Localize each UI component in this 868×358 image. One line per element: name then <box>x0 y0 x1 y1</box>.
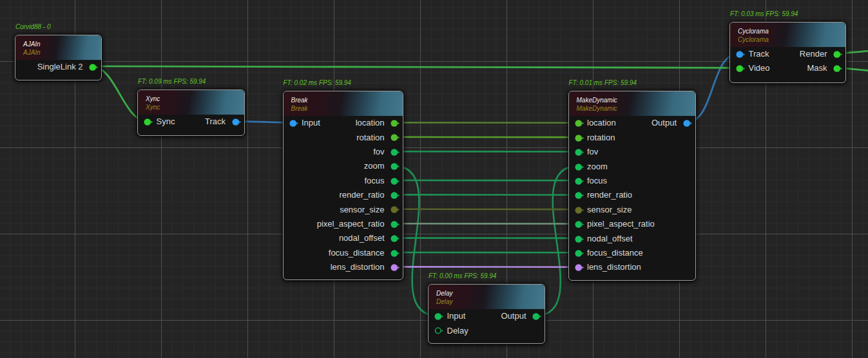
port-row: render_ratio <box>284 188 403 202</box>
node-header[interactable]: MakeDynamicMakeDynamic <box>569 91 695 116</box>
node-header[interactable]: XyncXync <box>138 90 244 115</box>
output-port-location-icon[interactable] <box>391 119 401 127</box>
input-port-rotation-icon[interactable] <box>575 134 586 142</box>
node-break[interactable]: BreakBreakInputlocationrotationfovzoomfo… <box>283 91 404 280</box>
node-subtitle: MakeDynamic <box>577 105 617 113</box>
node-stats-label: FT: 0.03 ms FPS: 59.94 <box>730 10 798 18</box>
node-stats-label: FT: 0.01 ms FPS: 59.94 <box>569 79 637 87</box>
port-label: pixel_aspect_ratio <box>587 217 655 231</box>
output-port-track-icon[interactable] <box>232 118 243 126</box>
input-port-focus_distance-icon[interactable] <box>575 249 586 258</box>
port-label: focus <box>587 174 607 188</box>
port-label: Mask <box>807 61 827 75</box>
port-label: lens_distortion <box>587 260 641 274</box>
node-stats-label: FT: 0.09 ms FPS: 59.94 <box>138 78 206 86</box>
port-label: zoom <box>587 160 608 174</box>
port-label: nodal_offset <box>587 232 633 246</box>
port-row: rotation <box>284 131 403 145</box>
node-title: AJAIn <box>23 41 41 48</box>
node-delay[interactable]: DelayDelayInputOutputDelay <box>428 284 545 344</box>
port-label: Delay <box>447 324 468 338</box>
node-subtitle: Xync <box>146 104 160 111</box>
input-port-focus-icon[interactable] <box>575 177 586 185</box>
port-label: Output <box>651 116 677 130</box>
node-cyclorama[interactable]: CycloramaCycloramaTrackRenderVideoMask <box>729 22 846 83</box>
output-port-zoom-icon[interactable] <box>391 162 401 171</box>
node-title: Xync <box>146 95 160 102</box>
port-label: sensor_size <box>587 203 632 217</box>
port-label: zoom <box>364 159 385 173</box>
node-header[interactable]: CycloramaCyclorama <box>730 23 845 47</box>
node-ajain[interactable]: AJAInAJAInSingleLink 2 <box>15 35 102 81</box>
port-label: fov <box>373 145 384 159</box>
port-row: lens_distortion <box>569 260 695 274</box>
port-label: Input <box>447 309 466 323</box>
input-port-zoom-icon[interactable] <box>575 163 586 171</box>
output-port-mask-icon[interactable] <box>833 64 844 73</box>
output-port-lens_distortion-icon[interactable] <box>391 263 401 272</box>
input-port-fov-icon[interactable] <box>575 148 586 156</box>
node-header[interactable]: AJAInAJAIn <box>15 35 101 60</box>
node-xync[interactable]: XyncXyncSyncTrack <box>137 90 245 136</box>
port-row: TrackRender <box>730 47 845 61</box>
port-row: nodal_offset <box>569 232 695 246</box>
input-port-video-icon[interactable] <box>736 64 747 73</box>
port-label: Input <box>302 116 320 130</box>
input-port-delay-icon[interactable] <box>434 326 445 335</box>
node-title: Delay <box>436 290 453 297</box>
port-label: rotation <box>356 131 384 145</box>
port-row: focus_distance <box>284 246 403 260</box>
input-port-lens_distortion-icon[interactable] <box>575 263 586 272</box>
wire-ajain-SingleLink-2--cyclorama-Video[interactable] <box>92 66 739 68</box>
node-makedynamic[interactable]: MakeDynamicMakeDynamiclocationOutputrota… <box>568 91 696 281</box>
output-port-focus-icon[interactable] <box>391 177 401 185</box>
output-port-output-icon[interactable] <box>532 312 543 321</box>
port-label: nodal_offset <box>339 231 385 245</box>
output-port-nodal_offset-icon[interactable] <box>391 234 401 243</box>
output-port-output-icon[interactable] <box>683 119 694 127</box>
node-stats-label: FT: 0.00 ms FPS: 59.94 <box>429 272 496 280</box>
output-port-focus_distance-icon[interactable] <box>391 249 401 258</box>
output-port-render-icon[interactable] <box>833 50 844 59</box>
port-label: Output <box>501 309 526 323</box>
input-port-render_ratio-icon[interactable] <box>575 191 586 200</box>
port-label: Track <box>205 115 226 129</box>
port-label: fov <box>587 145 598 159</box>
node-subtitle: Cyclorama <box>738 36 769 44</box>
input-port-input-icon[interactable] <box>289 119 300 127</box>
input-port-nodal_offset-icon[interactable] <box>575 235 586 243</box>
output-port-fov-icon[interactable] <box>391 148 401 156</box>
port-label: SingleLink 2 <box>37 60 83 74</box>
input-port-input-icon[interactable] <box>434 312 445 321</box>
node-graph-canvas[interactable]: AJAInAJAInSingleLink 2Corvid88 - 0XyncXy… <box>0 0 868 358</box>
output-port-rotation-icon[interactable] <box>391 133 401 142</box>
node-subtitle: Delay <box>436 298 453 306</box>
node-subtitle: Break <box>291 105 308 113</box>
port-row: focus <box>569 174 695 188</box>
port-label: lens_distortion <box>331 260 385 274</box>
port-row: SyncTrack <box>138 115 244 129</box>
node-header[interactable]: DelayDelay <box>429 285 545 309</box>
port-row: focus <box>284 174 403 188</box>
port-label: Track <box>749 47 769 61</box>
port-row: zoom <box>284 159 403 173</box>
input-port-location-icon[interactable] <box>575 119 586 127</box>
port-row: lens_distortion <box>284 260 403 274</box>
output-port-sensor_size-icon[interactable] <box>391 205 401 214</box>
output-port-pixel_aspect_ratio-icon[interactable] <box>391 220 401 229</box>
port-row: Delay <box>429 324 545 338</box>
output-port-render_ratio-icon[interactable] <box>391 191 401 200</box>
node-header[interactable]: BreakBreak <box>284 91 403 116</box>
port-row: rotation <box>569 131 695 145</box>
input-port-track-icon[interactable] <box>736 50 747 59</box>
output-port-singlelink-2-icon[interactable] <box>89 63 100 71</box>
node-stats-label: FT: 0.02 ms FPS: 59.94 <box>284 79 351 87</box>
input-port-sensor_size-icon[interactable] <box>575 206 586 214</box>
port-row: sensor_size <box>284 203 403 217</box>
input-port-sync-icon[interactable] <box>144 118 155 126</box>
port-row: sensor_size <box>569 203 695 217</box>
port-label: pixel_aspect_ratio <box>317 217 385 231</box>
port-row: SingleLink 2 <box>15 60 101 74</box>
port-label: sensor_size <box>340 203 384 217</box>
input-port-pixel_aspect_ratio-icon[interactable] <box>575 220 586 229</box>
